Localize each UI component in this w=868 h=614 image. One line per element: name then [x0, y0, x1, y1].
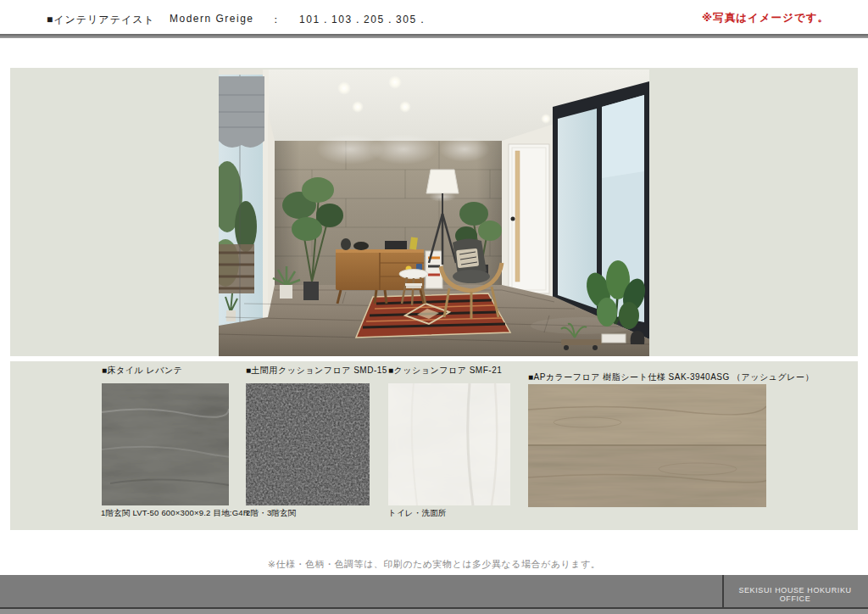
- left-window: [219, 70, 269, 354]
- interior-photo: [219, 70, 649, 356]
- accent-pillow: [456, 248, 479, 268]
- header-title-row: Modern Greige ： 101．103．205．305．: [170, 13, 428, 27]
- header-plan-numbers: 101．103．205．305．: [299, 13, 428, 27]
- photo-disclaimer-note: ※写真はイメージです。: [702, 11, 829, 25]
- roman-shade: [219, 76, 264, 148]
- sample-swatch-cushion-floor: [388, 383, 510, 505]
- sample-caption-floor-tile: 1階玄関 LVT-50 600×300×9.2 目地:G4R: [101, 508, 249, 519]
- header-section-label: ■インテリアテイスト: [47, 13, 155, 27]
- balcony-fence: [219, 244, 254, 293]
- sample-swatch-floor-tile: [102, 383, 229, 505]
- door-handle: [511, 217, 515, 221]
- spec-sheet-page: ■インテリアテイスト Modern Greige ： 101．103．205．3…: [0, 0, 868, 614]
- sample-swatch-ap-color-floor: [528, 384, 766, 507]
- interior-door: [502, 124, 554, 299]
- sample-caption-cushion-floor: トイレ・洗面所: [388, 508, 447, 519]
- sample-label-cushion-floor: ■クッションフロア SMF-21: [388, 365, 502, 377]
- sample-swatch-doma-cushion-floor: [246, 383, 370, 505]
- print-disclaimer-note: ※仕様・色柄・色調等は、印刷のため実物とは多少異なる場合があります。: [0, 558, 868, 571]
- sample-label-floor-tile: ■床タイル レバンテ: [102, 365, 182, 377]
- sample-label-doma-cushion-floor: ■土間用クッションフロア SMD-15: [246, 365, 387, 377]
- kilim-rug: [356, 293, 510, 338]
- left-wall: [268, 112, 275, 319]
- header-divider-rule: [0, 34, 868, 38]
- sample-label-ap-color-floor: ■APカラーフロア 樹脂シート仕様 SAK-3940ASG （アッシュグレー）: [528, 371, 814, 383]
- office-name: SEKISUI HOUSE HOKURIKU OFFICE: [722, 586, 868, 603]
- door-wood-strip: [515, 151, 520, 282]
- header-colon: ：: [271, 13, 283, 27]
- footer-band-bottom-strip: [0, 609, 868, 614]
- sample-caption-doma-cushion-floor: 2階・3階玄関: [246, 508, 296, 519]
- header-style-title: Modern Greige: [170, 13, 254, 27]
